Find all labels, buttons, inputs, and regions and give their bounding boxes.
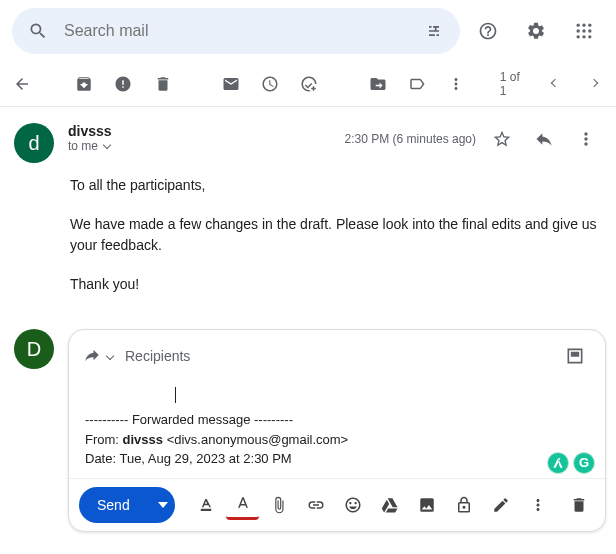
my-avatar: D xyxy=(14,329,54,369)
message-count: 1 of 1 xyxy=(500,70,522,98)
insert-photo-icon[interactable] xyxy=(411,488,444,522)
fwd-from-name: divsss xyxy=(123,432,163,447)
attach-file-icon[interactable] xyxy=(263,488,296,522)
compose-body[interactable]: ---------- Forwarded message --------- F… xyxy=(69,378,605,478)
insert-emoji-icon[interactable] xyxy=(337,488,370,522)
fwd-date: Date: Tue, Aug 29, 2023 at 2:30 PM xyxy=(85,449,589,469)
report-spam-button[interactable] xyxy=(112,68,135,100)
fwd-separator: ---------- Forwarded message --------- xyxy=(85,410,589,430)
to-label: to me xyxy=(68,139,98,153)
prev-button[interactable] xyxy=(544,68,567,100)
svg-point-3 xyxy=(577,29,580,32)
search-options-icon[interactable] xyxy=(418,15,450,47)
compose-card: Recipients ---------- Forwarded message … xyxy=(68,329,606,532)
mark-unread-button[interactable] xyxy=(219,68,242,100)
search-bar[interactable] xyxy=(12,8,460,54)
sender-avatar: d xyxy=(14,123,54,163)
grammarly-widget[interactable]: G xyxy=(547,452,595,474)
formatting-options-icon[interactable] xyxy=(189,488,222,522)
grammarly-tone-icon[interactable] xyxy=(547,452,569,474)
forward-type-icon[interactable] xyxy=(83,346,101,367)
svg-point-5 xyxy=(588,29,591,32)
search-icon xyxy=(22,15,54,47)
svg-point-4 xyxy=(582,29,585,32)
archive-button[interactable] xyxy=(73,68,96,100)
settings-gear-icon[interactable] xyxy=(516,11,556,51)
discard-draft-icon[interactable] xyxy=(562,488,595,522)
reply-button[interactable] xyxy=(528,123,560,155)
svg-point-2 xyxy=(588,24,591,27)
labels-button[interactable] xyxy=(405,68,428,100)
more-button[interactable] xyxy=(445,68,468,100)
email-body: To all the participants, We have made a … xyxy=(0,169,616,329)
text-cursor xyxy=(175,387,176,403)
confidential-mode-icon[interactable] xyxy=(447,488,480,522)
send-options-dropdown[interactable] xyxy=(148,500,176,510)
back-button[interactable] xyxy=(10,68,33,100)
insert-signature-icon[interactable] xyxy=(484,488,517,522)
fwd-from-email: <divs.anonymous@gmail.com> xyxy=(163,432,348,447)
add-task-button[interactable] xyxy=(298,68,321,100)
compose-more-icon[interactable] xyxy=(521,488,554,522)
message-more-button[interactable] xyxy=(570,123,602,155)
insert-drive-icon[interactable] xyxy=(374,488,407,522)
insert-link-icon[interactable] xyxy=(300,488,333,522)
move-to-button[interactable] xyxy=(366,68,389,100)
star-button[interactable] xyxy=(486,123,518,155)
recipients-field[interactable]: Recipients xyxy=(125,348,190,364)
next-button[interactable] xyxy=(583,68,606,100)
sender-name: divsss xyxy=(68,123,112,139)
timestamp: 2:30 PM (6 minutes ago) xyxy=(345,132,476,146)
search-input[interactable] xyxy=(64,22,408,40)
svg-point-8 xyxy=(588,35,591,38)
snooze-button[interactable] xyxy=(259,68,282,100)
popout-button[interactable] xyxy=(559,340,591,372)
fwd-from-label: From: xyxy=(85,432,123,447)
delete-button[interactable] xyxy=(151,68,174,100)
recipient-dropdown[interactable]: to me xyxy=(68,139,331,153)
svg-point-7 xyxy=(582,35,585,38)
text-color-icon[interactable] xyxy=(226,490,259,520)
svg-point-1 xyxy=(582,24,585,27)
send-button[interactable]: Send xyxy=(79,487,175,523)
svg-point-0 xyxy=(577,24,580,27)
svg-point-6 xyxy=(577,35,580,38)
apps-grid-icon[interactable] xyxy=(564,11,604,51)
grammarly-icon[interactable]: G xyxy=(573,452,595,474)
help-icon[interactable] xyxy=(468,11,508,51)
reply-type-dropdown-icon[interactable] xyxy=(107,348,113,364)
